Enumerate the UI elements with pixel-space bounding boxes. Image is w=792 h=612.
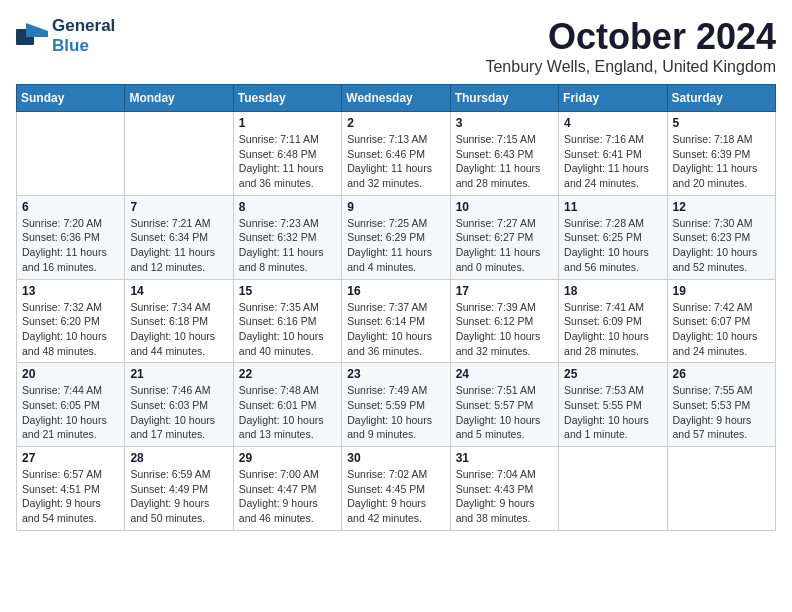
calendar-header-row: SundayMondayTuesdayWednesdayThursdayFrid…: [17, 85, 776, 112]
calendar-cell: [559, 447, 667, 531]
calendar-cell: 25 Sunrise: 7:53 AMSunset: 5:55 PMDaylig…: [559, 363, 667, 447]
day-detail: Sunrise: 7:13 AMSunset: 6:46 PMDaylight:…: [347, 132, 444, 191]
day-number: 4: [564, 116, 661, 130]
calendar-cell: 3 Sunrise: 7:15 AMSunset: 6:43 PMDayligh…: [450, 112, 558, 196]
day-number: 16: [347, 284, 444, 298]
day-detail: Sunrise: 7:34 AMSunset: 6:18 PMDaylight:…: [130, 300, 227, 359]
day-number: 20: [22, 367, 119, 381]
calendar-cell: 14 Sunrise: 7:34 AMSunset: 6:18 PMDaylig…: [125, 279, 233, 363]
day-detail: Sunrise: 7:51 AMSunset: 5:57 PMDaylight:…: [456, 383, 553, 442]
day-detail: Sunrise: 6:57 AMSunset: 4:51 PMDaylight:…: [22, 467, 119, 526]
day-detail: Sunrise: 7:49 AMSunset: 5:59 PMDaylight:…: [347, 383, 444, 442]
day-detail: Sunrise: 7:55 AMSunset: 5:53 PMDaylight:…: [673, 383, 770, 442]
day-detail: Sunrise: 7:20 AMSunset: 6:36 PMDaylight:…: [22, 216, 119, 275]
calendar-week-row: 27 Sunrise: 6:57 AMSunset: 4:51 PMDaylig…: [17, 447, 776, 531]
day-detail: Sunrise: 7:23 AMSunset: 6:32 PMDaylight:…: [239, 216, 336, 275]
day-detail: Sunrise: 7:39 AMSunset: 6:12 PMDaylight:…: [456, 300, 553, 359]
calendar-cell: 24 Sunrise: 7:51 AMSunset: 5:57 PMDaylig…: [450, 363, 558, 447]
page-header: General Blue October 2024 Tenbury Wells,…: [16, 16, 776, 76]
day-number: 8: [239, 200, 336, 214]
day-detail: Sunrise: 7:11 AMSunset: 6:48 PMDaylight:…: [239, 132, 336, 191]
day-detail: Sunrise: 7:41 AMSunset: 6:09 PMDaylight:…: [564, 300, 661, 359]
day-detail: Sunrise: 7:25 AMSunset: 6:29 PMDaylight:…: [347, 216, 444, 275]
calendar-cell: 26 Sunrise: 7:55 AMSunset: 5:53 PMDaylig…: [667, 363, 775, 447]
day-number: 23: [347, 367, 444, 381]
day-detail: Sunrise: 7:15 AMSunset: 6:43 PMDaylight:…: [456, 132, 553, 191]
calendar-cell: 2 Sunrise: 7:13 AMSunset: 6:46 PMDayligh…: [342, 112, 450, 196]
day-number: 14: [130, 284, 227, 298]
day-detail: Sunrise: 7:04 AMSunset: 4:43 PMDaylight:…: [456, 467, 553, 526]
day-number: 31: [456, 451, 553, 465]
calendar-cell: 10 Sunrise: 7:27 AMSunset: 6:27 PMDaylig…: [450, 195, 558, 279]
calendar-cell: 20 Sunrise: 7:44 AMSunset: 6:05 PMDaylig…: [17, 363, 125, 447]
day-header-monday: Monday: [125, 85, 233, 112]
day-detail: Sunrise: 7:35 AMSunset: 6:16 PMDaylight:…: [239, 300, 336, 359]
day-number: 29: [239, 451, 336, 465]
day-detail: Sunrise: 6:59 AMSunset: 4:49 PMDaylight:…: [130, 467, 227, 526]
day-number: 10: [456, 200, 553, 214]
calendar-cell: 4 Sunrise: 7:16 AMSunset: 6:41 PMDayligh…: [559, 112, 667, 196]
day-header-wednesday: Wednesday: [342, 85, 450, 112]
day-number: 1: [239, 116, 336, 130]
logo: General Blue: [16, 16, 115, 56]
calendar-week-row: 20 Sunrise: 7:44 AMSunset: 6:05 PMDaylig…: [17, 363, 776, 447]
calendar-cell: 29 Sunrise: 7:00 AMSunset: 4:47 PMDaylig…: [233, 447, 341, 531]
day-detail: Sunrise: 7:37 AMSunset: 6:14 PMDaylight:…: [347, 300, 444, 359]
calendar-cell: 18 Sunrise: 7:41 AMSunset: 6:09 PMDaylig…: [559, 279, 667, 363]
day-number: 26: [673, 367, 770, 381]
day-header-sunday: Sunday: [17, 85, 125, 112]
month-title: October 2024: [485, 16, 776, 58]
calendar-cell: [125, 112, 233, 196]
day-detail: Sunrise: 7:02 AMSunset: 4:45 PMDaylight:…: [347, 467, 444, 526]
logo-text: General Blue: [52, 16, 115, 56]
day-detail: Sunrise: 7:21 AMSunset: 6:34 PMDaylight:…: [130, 216, 227, 275]
day-detail: Sunrise: 7:32 AMSunset: 6:20 PMDaylight:…: [22, 300, 119, 359]
day-number: 5: [673, 116, 770, 130]
calendar-table: SundayMondayTuesdayWednesdayThursdayFrid…: [16, 84, 776, 531]
day-number: 7: [130, 200, 227, 214]
day-detail: Sunrise: 7:53 AMSunset: 5:55 PMDaylight:…: [564, 383, 661, 442]
calendar-cell: 16 Sunrise: 7:37 AMSunset: 6:14 PMDaylig…: [342, 279, 450, 363]
day-detail: Sunrise: 7:30 AMSunset: 6:23 PMDaylight:…: [673, 216, 770, 275]
title-section: October 2024 Tenbury Wells, England, Uni…: [485, 16, 776, 76]
calendar-cell: 5 Sunrise: 7:18 AMSunset: 6:39 PMDayligh…: [667, 112, 775, 196]
calendar-cell: 13 Sunrise: 7:32 AMSunset: 6:20 PMDaylig…: [17, 279, 125, 363]
day-number: 15: [239, 284, 336, 298]
day-detail: Sunrise: 7:48 AMSunset: 6:01 PMDaylight:…: [239, 383, 336, 442]
logo-icon: [16, 23, 48, 49]
calendar-week-row: 13 Sunrise: 7:32 AMSunset: 6:20 PMDaylig…: [17, 279, 776, 363]
calendar-week-row: 1 Sunrise: 7:11 AMSunset: 6:48 PMDayligh…: [17, 112, 776, 196]
calendar-cell: 31 Sunrise: 7:04 AMSunset: 4:43 PMDaylig…: [450, 447, 558, 531]
day-detail: Sunrise: 7:42 AMSunset: 6:07 PMDaylight:…: [673, 300, 770, 359]
calendar-cell: 28 Sunrise: 6:59 AMSunset: 4:49 PMDaylig…: [125, 447, 233, 531]
day-number: 17: [456, 284, 553, 298]
calendar-cell: 30 Sunrise: 7:02 AMSunset: 4:45 PMDaylig…: [342, 447, 450, 531]
day-number: 19: [673, 284, 770, 298]
calendar-cell: 21 Sunrise: 7:46 AMSunset: 6:03 PMDaylig…: [125, 363, 233, 447]
calendar-cell: 7 Sunrise: 7:21 AMSunset: 6:34 PMDayligh…: [125, 195, 233, 279]
calendar-cell: 15 Sunrise: 7:35 AMSunset: 6:16 PMDaylig…: [233, 279, 341, 363]
calendar-cell: 17 Sunrise: 7:39 AMSunset: 6:12 PMDaylig…: [450, 279, 558, 363]
day-detail: Sunrise: 7:00 AMSunset: 4:47 PMDaylight:…: [239, 467, 336, 526]
day-number: 21: [130, 367, 227, 381]
day-number: 3: [456, 116, 553, 130]
svg-marker-1: [26, 23, 48, 37]
day-detail: Sunrise: 7:27 AMSunset: 6:27 PMDaylight:…: [456, 216, 553, 275]
day-number: 6: [22, 200, 119, 214]
location-text: Tenbury Wells, England, United Kingdom: [485, 58, 776, 76]
day-number: 9: [347, 200, 444, 214]
calendar-cell: 9 Sunrise: 7:25 AMSunset: 6:29 PMDayligh…: [342, 195, 450, 279]
day-number: 28: [130, 451, 227, 465]
day-number: 12: [673, 200, 770, 214]
calendar-cell: 11 Sunrise: 7:28 AMSunset: 6:25 PMDaylig…: [559, 195, 667, 279]
day-number: 22: [239, 367, 336, 381]
day-number: 13: [22, 284, 119, 298]
calendar-cell: 23 Sunrise: 7:49 AMSunset: 5:59 PMDaylig…: [342, 363, 450, 447]
calendar-cell: [667, 447, 775, 531]
day-number: 2: [347, 116, 444, 130]
day-number: 30: [347, 451, 444, 465]
calendar-cell: [17, 112, 125, 196]
calendar-cell: 6 Sunrise: 7:20 AMSunset: 6:36 PMDayligh…: [17, 195, 125, 279]
day-number: 25: [564, 367, 661, 381]
day-number: 27: [22, 451, 119, 465]
